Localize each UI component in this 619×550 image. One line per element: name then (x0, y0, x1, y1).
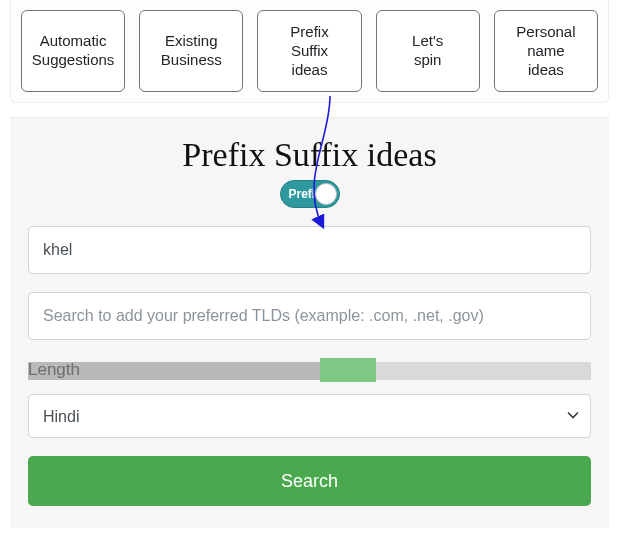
tab-existing-business[interactable]: Existing Business (139, 10, 243, 92)
length-label: Length (28, 360, 80, 380)
length-slider[interactable]: Length (28, 358, 591, 382)
slider-thumb[interactable] (320, 358, 376, 382)
tld-input[interactable] (28, 292, 591, 340)
generator-panel: Prefix Suffix ideas Prefi Length Hindi S… (10, 117, 609, 528)
keyword-input[interactable] (28, 226, 591, 274)
toggle-label: Prefi (289, 187, 316, 201)
mode-tabs: Automatic Suggestions Existing Business … (10, 0, 609, 103)
tab-prefix-suffix-ideas[interactable]: Prefix Suffix ideas (257, 10, 361, 92)
toggle-knob (315, 183, 337, 205)
tab-lets-spin[interactable]: Let's spin (376, 10, 480, 92)
search-button[interactable]: Search (28, 456, 591, 506)
panel-title: Prefix Suffix ideas (28, 136, 591, 174)
prefix-suffix-toggle[interactable]: Prefi (280, 180, 340, 208)
tab-automatic-suggestions[interactable]: Automatic Suggestions (21, 10, 125, 92)
language-select[interactable]: Hindi (28, 394, 591, 438)
tab-personal-name-ideas[interactable]: Personal name ideas (494, 10, 598, 92)
